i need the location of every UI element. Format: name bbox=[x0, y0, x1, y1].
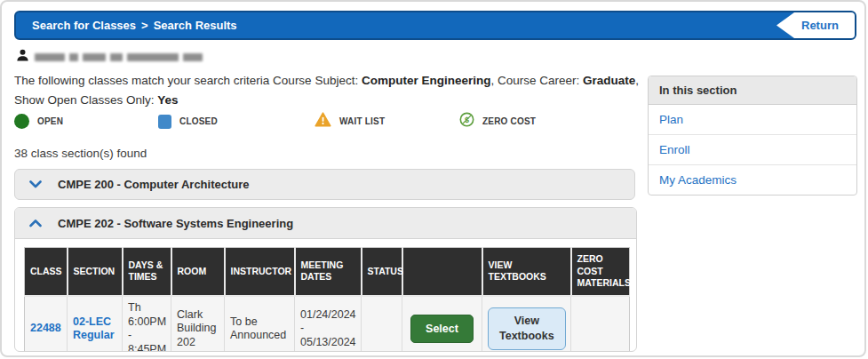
sidebar-item-plan[interactable]: Plan bbox=[649, 105, 856, 135]
col-header-status: STATUS bbox=[362, 248, 402, 296]
col-header-room: ROOM bbox=[171, 248, 225, 296]
criteria-mid1: , Course Career: bbox=[490, 74, 583, 87]
days-times-cell: Th 6:00PM - 8:45PM bbox=[123, 296, 171, 352]
legend-zero-cost-label: ZERO COST bbox=[482, 116, 536, 126]
criteria-career: Graduate bbox=[583, 74, 635, 87]
search-criteria-text: The following classes match your search … bbox=[14, 71, 641, 109]
legend-closed: CLOSED bbox=[158, 115, 315, 129]
legend-waitlist-label: WAIT LIST bbox=[339, 116, 385, 126]
legend-zero-cost: $ ZERO COST bbox=[459, 112, 536, 131]
breadcrumb-search-results: Search Results bbox=[154, 19, 237, 32]
return-button-label: Return bbox=[801, 12, 839, 38]
select-button[interactable]: Select bbox=[410, 315, 474, 343]
person-icon bbox=[16, 48, 29, 66]
breadcrumb-separator: > bbox=[136, 19, 154, 32]
sidebar-title: In this section bbox=[649, 76, 856, 105]
legend-open-label: OPEN bbox=[37, 116, 63, 126]
section-link[interactable]: 02-LEC Regular bbox=[73, 315, 115, 342]
section-cmpe200-header[interactable]: CMPE 200 - Computer Architecture bbox=[14, 169, 635, 200]
section-cmpe202-title: CMPE 202 - Software Systems Engineering bbox=[58, 217, 293, 230]
breadcrumb: Search for Classes>Search Results bbox=[32, 12, 237, 38]
meeting-dates-cell: 01/24/2024 - 05/13/2024 bbox=[295, 296, 362, 352]
criteria-subject: Computer Engineering bbox=[362, 74, 491, 87]
legend-waitlist: WAIT LIST bbox=[315, 112, 459, 131]
col-header-class: CLASS bbox=[25, 248, 68, 296]
breadcrumb-bar: Search for Classes>Search Results Return bbox=[14, 11, 856, 40]
col-header-zero-cost-materials: ZERO COST MATERIALS bbox=[571, 248, 630, 296]
sidebar-item-my-academics[interactable]: My Academics bbox=[649, 165, 856, 195]
section-cmpe202-header[interactable]: CMPE 202 - Software Systems Engineering bbox=[15, 208, 636, 239]
chevron-up-icon bbox=[29, 219, 42, 227]
in-this-section-panel: In this section Plan Enroll My Academics bbox=[648, 76, 857, 195]
sidebar-item-enroll[interactable]: Enroll bbox=[649, 135, 856, 165]
table-row: 22488 02-LEC Regular Th 6:00PM - 8:45PM … bbox=[25, 296, 630, 352]
open-circle-icon bbox=[14, 114, 29, 129]
col-header-days-times: DAYS & TIMES bbox=[123, 248, 171, 296]
page-frame: Search for Classes>Search Results Return… bbox=[0, 0, 866, 357]
closed-square-icon bbox=[158, 115, 171, 129]
instructor-cell: To be Announced bbox=[225, 296, 295, 352]
table-header-row: CLASS SECTION DAYS & TIMES ROOM INSTRUCT… bbox=[25, 248, 630, 296]
return-button[interactable]: Return bbox=[776, 12, 855, 38]
criteria-intro: The following classes match your search … bbox=[14, 74, 362, 87]
col-header-instructor: INSTRUCTOR bbox=[225, 248, 295, 296]
section-cmpe200-title: CMPE 200 - Computer Architecture bbox=[58, 178, 250, 191]
view-textbooks-button[interactable]: View Textbooks bbox=[488, 307, 566, 350]
results-count: 38 class section(s) found bbox=[14, 147, 147, 160]
zero-cost-materials-cell bbox=[571, 296, 630, 352]
status-legend: OPEN CLOSED WAIT LIST $ ZERO COST bbox=[14, 112, 641, 131]
user-row bbox=[16, 48, 203, 66]
section-cmpe202-body: CLASS SECTION DAYS & TIMES ROOM INSTRUCT… bbox=[15, 239, 636, 352]
criteria-open-only: Yes bbox=[157, 93, 178, 107]
class-results-table: CLASS SECTION DAYS & TIMES ROOM INSTRUCT… bbox=[24, 247, 630, 352]
waitlist-triangle-icon bbox=[315, 112, 331, 131]
col-header-meeting-dates: MEETING DATES bbox=[295, 248, 362, 296]
room-cell: Clark Building 202 bbox=[171, 296, 225, 352]
user-name-redacted bbox=[35, 53, 203, 61]
chevron-down-icon bbox=[29, 180, 42, 188]
section-cmpe202: CMPE 202 - Software Systems Engineering … bbox=[14, 207, 637, 352]
breadcrumb-search-for-classes[interactable]: Search for Classes bbox=[32, 19, 136, 32]
legend-open: OPEN bbox=[14, 114, 158, 129]
legend-closed-label: CLOSED bbox=[179, 116, 218, 126]
class-number-link[interactable]: 22488 bbox=[30, 322, 61, 334]
col-header-section: SECTION bbox=[68, 248, 123, 296]
zero-cost-icon: $ bbox=[459, 112, 474, 131]
col-header-view-textbooks: VIEW TEXTBOOKS bbox=[482, 248, 571, 296]
col-header-action bbox=[402, 248, 482, 296]
